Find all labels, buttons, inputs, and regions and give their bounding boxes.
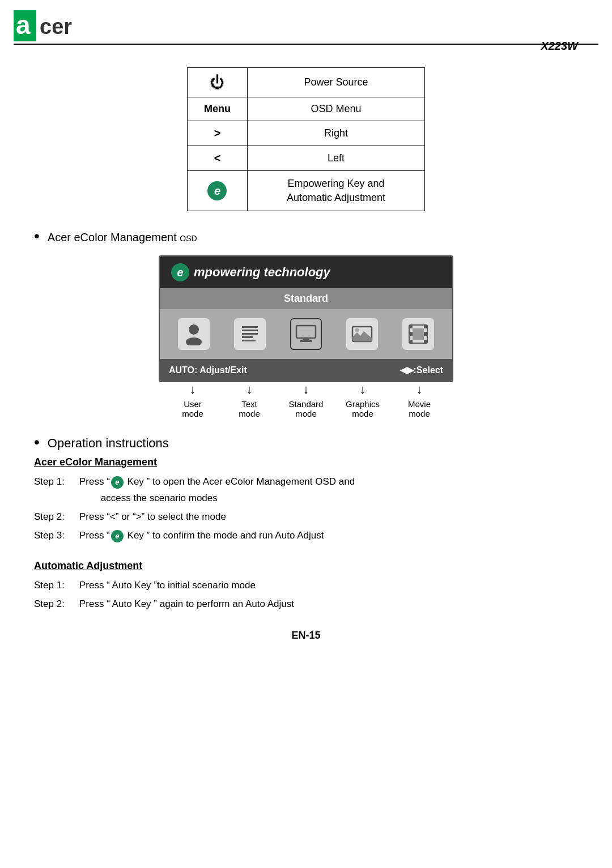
label-user-mode: Usermode bbox=[182, 399, 203, 418]
e-key-icon-step1: e bbox=[111, 476, 124, 489]
svg-rect-20 bbox=[424, 340, 427, 343]
osd-footer-left: AUTO: Adjust/Exit bbox=[169, 365, 247, 375]
svg-point-4 bbox=[186, 337, 202, 345]
label-right: Right bbox=[247, 121, 424, 146]
step2-label: Step 2: bbox=[34, 509, 79, 525]
table-row: Menu OSD Menu bbox=[188, 97, 425, 121]
svg-point-15 bbox=[355, 328, 359, 332]
svg-rect-22 bbox=[424, 332, 427, 336]
step1-content: Press “e Key ” to open the Acer eColor M… bbox=[79, 474, 578, 507]
standard-mode-icon bbox=[290, 318, 322, 350]
osd-icon-standard bbox=[283, 318, 329, 350]
controls-table: ⏻ Power Source Menu OSD Menu > Right < L… bbox=[187, 67, 425, 211]
osd-icon-movie bbox=[396, 318, 441, 350]
svg-rect-9 bbox=[242, 340, 256, 341]
symbol-empowering: e bbox=[188, 171, 248, 211]
svg-rect-8 bbox=[242, 336, 253, 338]
osd-icons-row bbox=[160, 309, 452, 359]
auto-step-1: Step 1: Press “ Auto Key ”to initial sce… bbox=[34, 578, 578, 594]
auto-step1-content: Press “ Auto Key ”to initial scenario mo… bbox=[79, 578, 578, 594]
ecolor-step-3: Step 3: Press “e Key ” to confirm the mo… bbox=[34, 528, 578, 544]
mode-labels-row: ↓ Usermode ↓ Textmode ↓ Standardmode ↓ G… bbox=[159, 382, 453, 418]
label-text-mode: Textmode bbox=[239, 399, 260, 418]
osd-icon-text bbox=[227, 318, 273, 350]
mode-label-movie: ↓ Moviemode bbox=[397, 382, 442, 418]
symbol-right: > bbox=[188, 121, 248, 146]
mode-label-standard: ↓ Standardmode bbox=[283, 382, 329, 418]
auto-step-2: Step 2: Press “ Auto Key ” again to perf… bbox=[34, 596, 578, 613]
svg-rect-7 bbox=[242, 333, 258, 335]
controls-table-wrapper: ⏻ Power Source Menu OSD Menu > Right < L… bbox=[0, 67, 612, 211]
ecolor-management-heading: Acer eColor Management bbox=[34, 456, 578, 468]
ecolor-label: Acer eColor Management OSD bbox=[48, 231, 197, 244]
svg-rect-12 bbox=[300, 340, 312, 342]
svg-rect-5 bbox=[242, 326, 258, 328]
mode-label-user: ↓ Usermode bbox=[170, 382, 215, 418]
table-row: ⏻ Power Source bbox=[188, 68, 425, 97]
text-mode-icon bbox=[234, 318, 266, 350]
label-left: Left bbox=[247, 146, 424, 171]
svg-point-3 bbox=[189, 324, 199, 335]
operation-label: Operation instructions bbox=[48, 436, 169, 451]
svg-rect-23 bbox=[413, 328, 424, 340]
ecolor-steps-block: Step 1: Press “e Key ” to open the Acer … bbox=[34, 474, 578, 544]
auto-step2-content: Press “ Auto Key ” again to perform an A… bbox=[79, 596, 578, 613]
table-row: > Right bbox=[188, 121, 425, 146]
empowering-e-icon: e bbox=[171, 263, 189, 281]
arrow-text: ↓ bbox=[246, 382, 253, 397]
step3-content: Press “e Key ” to confirm the mode and r… bbox=[79, 528, 578, 544]
label-power: Power Source bbox=[247, 68, 424, 97]
step3-label: Step 3: bbox=[34, 528, 79, 544]
table-row: < Left bbox=[188, 146, 425, 171]
osd-standard-bar: Standard bbox=[160, 288, 452, 309]
svg-text:cer: cer bbox=[40, 15, 72, 39]
osd-header-text: mpowering technology bbox=[194, 265, 330, 280]
graphics-mode-icon bbox=[346, 318, 378, 350]
osd-footer-bar: AUTO: Adjust/Exit ◀▶:Select bbox=[160, 359, 452, 381]
symbol-left: < bbox=[188, 146, 248, 171]
svg-rect-18 bbox=[424, 325, 427, 328]
step1-label: Step 1: bbox=[34, 474, 79, 507]
mode-label-graphics: ↓ Graphicsmode bbox=[340, 382, 385, 418]
svg-rect-17 bbox=[409, 325, 413, 328]
svg-rect-11 bbox=[303, 338, 309, 340]
symbol-menu: Menu bbox=[188, 97, 248, 121]
label-graphics-mode: Graphicsmode bbox=[346, 399, 380, 418]
e-key-icon-step3: e bbox=[111, 530, 124, 542]
label-movie-mode: Moviemode bbox=[408, 399, 431, 418]
label-menu: OSD Menu bbox=[247, 97, 424, 121]
arrow-movie: ↓ bbox=[416, 382, 423, 397]
auto-steps-block: Step 1: Press “ Auto Key ”to initial sce… bbox=[34, 578, 578, 613]
bullet-icon: • bbox=[34, 228, 40, 244]
bullet-icon-2: • bbox=[34, 434, 40, 450]
osd-diagram-wrapper: e mpowering technology Standard bbox=[34, 255, 578, 418]
acer-logo: a cer bbox=[14, 10, 76, 44]
osd-suffix: OSD bbox=[180, 234, 197, 243]
svg-text:a: a bbox=[16, 10, 31, 40]
operation-bullet: • Operation instructions bbox=[34, 434, 578, 451]
page-header: a cer bbox=[0, 0, 612, 44]
osd-footer-right: ◀▶:Select bbox=[400, 365, 443, 375]
osd-icon-graphics bbox=[339, 318, 385, 350]
ecolor-bullet: • Acer eColor Management OSD bbox=[34, 228, 578, 244]
svg-rect-19 bbox=[409, 340, 413, 343]
symbol-power: ⏻ bbox=[188, 68, 248, 97]
arrow-graphics: ↓ bbox=[360, 382, 366, 397]
mode-label-text: ↓ Textmode bbox=[227, 382, 272, 418]
header-divider bbox=[14, 44, 598, 45]
arrow-user: ↓ bbox=[190, 382, 196, 397]
movie-mode-icon bbox=[402, 318, 434, 350]
auto-step1-label: Step 1: bbox=[34, 578, 79, 594]
label-empowering: Empowering Key andAutomatic Adjustment bbox=[247, 171, 424, 211]
ecolor-step-1: Step 1: Press “e Key ” to open the Acer … bbox=[34, 474, 578, 507]
osd-header-bar: e mpowering technology bbox=[160, 256, 452, 288]
table-row: e Empowering Key andAutomatic Adjustment bbox=[188, 171, 425, 211]
svg-rect-6 bbox=[242, 330, 258, 331]
model-name: X223W bbox=[541, 40, 578, 53]
svg-rect-10 bbox=[296, 326, 316, 338]
page-footer: EN-15 bbox=[0, 630, 612, 642]
step2-content: Press “<” or “>” to select the mode bbox=[79, 509, 578, 525]
arrow-standard: ↓ bbox=[303, 382, 309, 397]
label-standard-mode: Standardmode bbox=[289, 399, 324, 418]
osd-icon-user bbox=[171, 318, 216, 350]
